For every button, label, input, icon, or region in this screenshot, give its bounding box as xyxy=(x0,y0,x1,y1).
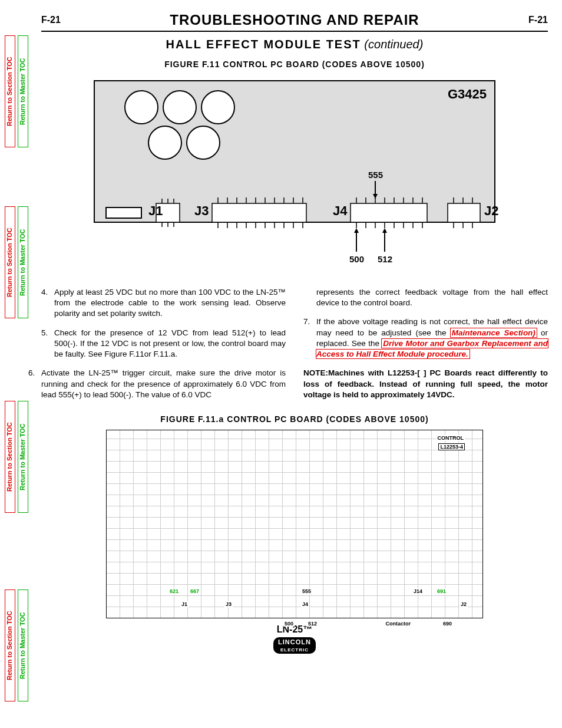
pcb-j1: J1 xyxy=(180,601,189,607)
pcb-690: 690 xyxy=(442,621,453,627)
board-label: G3425 xyxy=(448,87,487,101)
return-master-toc-tab-2[interactable]: Return to Master TOC xyxy=(18,206,28,318)
page-footer: LN-25™ LINCOLN ELECTRIC xyxy=(41,624,548,654)
svg-point-3 xyxy=(201,91,234,124)
pcb-j3: J3 xyxy=(224,601,233,607)
figure-caption-2: FIGURE F.11.a CONTROL PC BOARD (CODES AB… xyxy=(41,414,548,424)
control-board-diagram: G3425 xyxy=(88,75,501,275)
side-tabs: Return to Section TOC Return to Master T… xyxy=(5,0,34,728)
svg-point-4 xyxy=(148,126,181,159)
svg-marker-70 xyxy=(382,228,387,233)
step-5-num: 5. xyxy=(41,328,54,360)
sub-title: HALL EFFECT MODULE TEST (continued) xyxy=(41,38,548,51)
right-column: represents the correct feedback voltage … xyxy=(303,287,548,409)
body-columns: 4. Apply at least 25 VDC but no more tha… xyxy=(41,287,548,409)
page-content: F-21 TROUBLESHOOTING AND REPAIR F-21 HAL… xyxy=(41,12,548,654)
page-header: F-21 TROUBLESHOOTING AND REPAIR F-21 xyxy=(41,12,548,32)
svg-text:512: 512 xyxy=(378,254,392,264)
svg-rect-6 xyxy=(106,207,141,218)
note-text: Machines with L12253-[ ] PC Boards react… xyxy=(303,368,548,398)
logo-brand-sub: ELECTRIC xyxy=(280,647,309,653)
return-master-toc-tab-3[interactable]: Return to Master TOC xyxy=(18,401,28,513)
svg-text:J4: J4 xyxy=(333,203,348,218)
svg-rect-16 xyxy=(448,203,480,222)
step-7-num: 7. xyxy=(303,317,316,360)
step-6-num: 6. xyxy=(28,368,41,400)
pcb-j4: J4 xyxy=(301,601,309,607)
step-4-num: 4. xyxy=(41,287,54,319)
svg-marker-67 xyxy=(354,228,359,233)
pcb-667: 667 xyxy=(189,588,200,594)
return-master-toc-tab-4[interactable]: Return to Master TOC xyxy=(18,589,28,701)
return-master-toc-tab-1[interactable]: Return to Master TOC xyxy=(18,35,28,147)
pcb-555: 555 xyxy=(301,588,312,594)
logo-brand: LINCOLN xyxy=(278,638,311,645)
lincoln-electric-logo: LINCOLN ELECTRIC xyxy=(273,637,316,654)
pcb-500: 500 xyxy=(283,621,295,627)
note-block: NOTE:Machines with L12253-[ ] PC Boards … xyxy=(303,368,548,400)
page-number-left: F-21 xyxy=(41,15,61,25)
step-6-body: Activate the LN-25™ trigger circuit, mak… xyxy=(41,368,286,400)
page-number-right: F-21 xyxy=(528,15,548,25)
step-5-body: Check for the presence of 12 VDC from le… xyxy=(54,328,286,360)
return-section-toc-tab-4[interactable]: Return to Section TOC xyxy=(5,589,15,701)
svg-rect-15 xyxy=(351,203,427,222)
step-7-body: If the above voltage reading is not corr… xyxy=(316,317,548,360)
return-section-toc-tab-2[interactable]: Return to Section TOC xyxy=(5,206,15,318)
left-column: 4. Apply at least 25 VDC but no more tha… xyxy=(41,287,286,409)
svg-point-2 xyxy=(163,91,196,124)
control-board-photo: CONTROL L12253-4 J1 J3 J4 J2 J14 621 667… xyxy=(106,430,483,618)
svg-text:J3: J3 xyxy=(194,203,209,218)
return-section-toc-tab-3[interactable]: Return to Section TOC xyxy=(5,401,15,513)
pcb-691: 691 xyxy=(436,588,447,594)
pcb-control-label: CONTROL xyxy=(437,435,465,441)
step-7: 7. If the above voltage reading is not c… xyxy=(303,317,548,360)
pcb-j14: J14 xyxy=(412,588,424,594)
pcb-contactor: Contactor xyxy=(385,621,412,627)
svg-text:500: 500 xyxy=(349,254,364,264)
note-label: NOTE: xyxy=(303,368,328,377)
sub-title-text: HALL EFFECT MODULE TEST xyxy=(166,38,361,51)
sub-title-continued: (continued) xyxy=(364,38,423,51)
svg-point-1 xyxy=(125,91,158,124)
return-section-toc-tab-1[interactable]: Return to Section TOC xyxy=(5,35,15,147)
main-title: TROUBLESHOOTING AND REPAIR xyxy=(170,12,419,28)
svg-text:J2: J2 xyxy=(484,203,498,218)
step-4: 4. Apply at least 25 VDC but no more tha… xyxy=(41,287,286,319)
step-4-body: Apply at least 25 VDC but no more than 1… xyxy=(54,287,286,319)
step-6: 6. Activate the LN-25™ trigger circuit, … xyxy=(28,368,286,400)
maintenance-section-link[interactable]: Maintenance Section) xyxy=(451,328,537,337)
svg-rect-14 xyxy=(212,203,306,222)
pcb-621: 621 xyxy=(168,588,180,594)
svg-text:J1: J1 xyxy=(148,203,163,218)
pcb-j2: J2 xyxy=(459,601,468,607)
svg-point-5 xyxy=(187,126,220,159)
svg-text:555: 555 xyxy=(368,170,383,180)
pcb-part-number: L12253-4 xyxy=(438,443,465,450)
pcb-512: 512 xyxy=(307,621,318,627)
figure-caption-1: FIGURE F.11 CONTROL PC BOARD (CODES ABOV… xyxy=(41,60,548,69)
step-5: 5. Check for the presence of 12 VDC from… xyxy=(41,328,286,360)
step-6-continued: represents the correct feedback voltage … xyxy=(303,287,548,308)
